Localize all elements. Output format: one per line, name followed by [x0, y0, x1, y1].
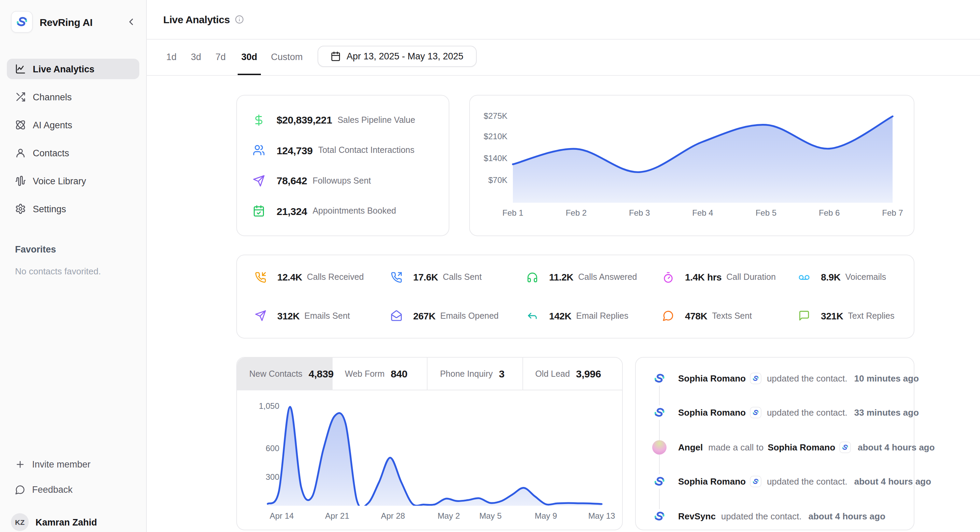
- new-contacts-card: New Contacts 4,839 Web Form 840 Phone In…: [236, 357, 623, 530]
- date-range-label: Apr 13, 2025 - May 13, 2025: [347, 51, 463, 62]
- range-tab-1d[interactable]: 1d: [165, 39, 178, 75]
- info-icon[interactable]: [235, 15, 243, 24]
- contact-badge: [750, 407, 762, 418]
- y-tick-label: 1,050: [237, 401, 279, 411]
- sidebar-item-voice-library[interactable]: Voice Library: [7, 171, 139, 191]
- sidebar-item-ai-agents[interactable]: AI Agents: [7, 115, 139, 135]
- calendar-icon: [331, 51, 341, 62]
- tab-old-lead[interactable]: Old Lead 3,996: [523, 357, 622, 390]
- message-circle-icon: [662, 310, 674, 322]
- voicemail-icon: [798, 272, 810, 283]
- activity-avatar: [652, 474, 667, 489]
- activity-time: 33 minutes ago: [854, 407, 919, 418]
- users-icon: [253, 144, 265, 156]
- feedback-button[interactable]: Feedback: [0, 484, 146, 495]
- kpi-value: 124,739: [277, 145, 313, 156]
- revring-logo-icon: [752, 478, 759, 485]
- account-menu[interactable]: KZ Kamran Zahid: [0, 513, 146, 531]
- stat-value: 267K: [413, 311, 435, 321]
- activity-action: updated the contact.: [767, 407, 848, 418]
- stat-label: Email Replies: [576, 311, 628, 321]
- sidebar-nav: Live Analytics Channels AI Agents Contac…: [0, 59, 146, 219]
- activity-time: about 4 hours ago: [854, 476, 931, 487]
- contact-badge: [750, 476, 762, 487]
- favorites-heading: Favorites: [0, 245, 146, 254]
- reply-icon: [527, 310, 538, 322]
- x-tick-label: May 13: [580, 511, 624, 521]
- activity-action: updated the contact.: [767, 373, 848, 383]
- sidebar-item-contacts[interactable]: Contacts: [7, 143, 139, 163]
- page-title: Live Analytics: [163, 14, 230, 25]
- tab-value: 3,996: [576, 368, 601, 380]
- pipeline-area-chart: $275K$210K$140K$70KFeb 1Feb 2Feb 3Feb 4F…: [470, 95, 914, 235]
- tab-web-form[interactable]: Web Form 840: [332, 357, 428, 390]
- atom-icon: [15, 119, 26, 130]
- kpi-row-followups-sent: 78,642 Followups Sent: [253, 175, 449, 187]
- sidebar: RevRing AI Live Analytics Channels AI Ag…: [0, 0, 147, 532]
- stat-call-duration: 1.4K hrs Call Duration: [662, 258, 798, 297]
- sidebar-item-settings[interactable]: Settings: [7, 199, 139, 219]
- contacts-chart-svg: [237, 390, 624, 531]
- activity-feed-card: Sophia Romano updated the contact. 10 mi…: [635, 357, 915, 530]
- tab-phone-inquiry[interactable]: Phone Inquiry 3: [428, 357, 523, 390]
- activity-action: updated the contact.: [767, 476, 848, 487]
- date-range-picker[interactable]: Apr 13, 2025 - May 13, 2025: [318, 46, 477, 67]
- avatar: KZ: [11, 513, 29, 531]
- sidebar-item-label: Channels: [33, 92, 72, 102]
- activity-time: 10 minutes ago: [854, 373, 919, 383]
- range-tab-3d[interactable]: 3d: [189, 39, 203, 75]
- tab-value: 3: [499, 368, 504, 380]
- stat-label: Emails Opened: [440, 311, 498, 321]
- mail-open-icon: [391, 310, 402, 322]
- gear-icon: [15, 203, 26, 214]
- stat-label: Texts Sent: [712, 311, 752, 321]
- kpi-label: Total Contact Interactions: [318, 145, 415, 155]
- tab-new-contacts[interactable]: New Contacts 4,839: [237, 357, 332, 390]
- contact-badge: [839, 441, 851, 453]
- revring-logo-icon: [653, 372, 666, 384]
- kpi-label: Followups Sent: [312, 176, 371, 186]
- range-tab-7d[interactable]: 7d: [214, 39, 228, 75]
- kpi-label: Appointments Booked: [312, 206, 396, 216]
- stat-emails-sent: 312K Emails Sent: [255, 297, 391, 335]
- main-content: Live Analytics 1d 3d 7d 30d Custom Apr 1…: [147, 0, 980, 532]
- chart-line-icon: [15, 64, 26, 75]
- y-tick-label: 600: [237, 444, 279, 453]
- tab-label: New Contacts: [249, 369, 302, 378]
- sidebar-item-live-analytics[interactable]: Live Analytics: [7, 59, 139, 79]
- kpi-row-pipeline-value: $20,839,221 Sales Pipeline Value: [253, 114, 449, 126]
- range-tab-30d[interactable]: 30d: [238, 39, 261, 75]
- sidebar-item-label: Contacts: [33, 148, 69, 158]
- stat-label: Calls Sent: [443, 273, 482, 282]
- phone-outgoing-icon: [391, 272, 402, 283]
- activity-time: about 4 hours ago: [808, 511, 885, 521]
- stat-value: 478K: [685, 311, 707, 321]
- x-tick-label: Apr 14: [260, 511, 304, 521]
- kpi-row-appointments-booked: 21,324 Appointments Booked: [253, 205, 449, 218]
- activity-actor: Sophia Romano: [678, 407, 746, 418]
- x-tick-label: Feb 1: [491, 208, 535, 218]
- send-icon: [255, 310, 266, 322]
- x-tick-label: Feb 2: [554, 208, 598, 218]
- user-icon: [15, 148, 26, 158]
- x-tick-label: May 5: [468, 511, 512, 521]
- sidebar-collapse-icon[interactable]: [126, 16, 137, 27]
- calendar-check-icon: [253, 205, 265, 218]
- tab-value: 4,839: [309, 368, 334, 380]
- contact-source-tabs: New Contacts 4,839 Web Form 840 Phone In…: [237, 357, 622, 391]
- invite-member-button[interactable]: Invite member: [0, 459, 146, 470]
- stat-value: 11.2K: [549, 272, 573, 283]
- range-tab-custom[interactable]: Custom: [267, 39, 307, 75]
- waveform-icon: [15, 175, 26, 186]
- sidebar-header: RevRing AI: [0, 0, 146, 33]
- stat-value: 8.9K: [821, 272, 841, 283]
- activity-actor: Sophia Romano: [678, 373, 746, 383]
- revring-logo-icon: [752, 409, 759, 416]
- contact-badge: [750, 372, 762, 384]
- x-tick-label: Feb 7: [871, 208, 915, 218]
- stat-label: Text Replies: [848, 311, 894, 321]
- engagement-stats-card: 12.4K Calls Received 17.6K Calls Sent 11…: [236, 254, 915, 338]
- sidebar-item-channels[interactable]: Channels: [7, 87, 139, 107]
- kpi-label: Sales Pipeline Value: [337, 115, 415, 125]
- timer-icon: [662, 272, 674, 283]
